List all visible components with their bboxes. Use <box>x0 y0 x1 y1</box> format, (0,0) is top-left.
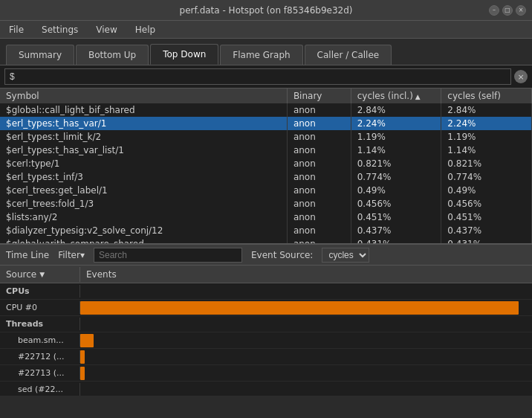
thread-chart <box>80 300 532 315</box>
window-controls[interactable]: – □ × <box>489 5 526 16</box>
tab-caller-callee[interactable]: Caller / Callee <box>305 45 392 65</box>
cell-binary: anon <box>287 237 351 245</box>
cell-cycles-self: 0.437% <box>441 224 532 237</box>
clear-search-button[interactable]: × <box>514 70 528 83</box>
menu-file[interactable]: File <box>3 23 30 36</box>
cell-cycles-incl: 0.456% <box>351 197 441 210</box>
table-row[interactable]: $erl_types:t_has_var/1 anon 2.24% 2.24% <box>0 117 532 130</box>
menu-bar: File Settings View Help <box>0 21 532 39</box>
cell-cycles-incl: 2.24% <box>351 117 441 130</box>
maximize-button[interactable]: □ <box>502 5 513 16</box>
cell-cycles-incl: 0.49% <box>351 184 441 197</box>
table-row[interactable]: $lists:any/2 anon 0.451% 0.451% <box>0 210 532 224</box>
thread-label: #22712 (... <box>0 350 80 363</box>
group-label: CPUs <box>0 285 80 298</box>
close-button[interactable]: × <box>516 5 526 16</box>
col-cycles-self[interactable]: cycles (self) <box>441 89 532 103</box>
list-item[interactable]: beam.sm... <box>0 332 532 349</box>
col-symbol[interactable]: Symbol <box>0 89 287 103</box>
thread-label: CPU #0 <box>0 301 80 314</box>
cell-cycles-self: 1.19% <box>441 130 532 144</box>
col-events-header: Events <box>80 267 532 282</box>
table-row[interactable]: $cerl_trees:get_label/1 anon 0.49% 0.49% <box>0 184 532 197</box>
cell-symbol: $global::arith_compare_shared <box>0 237 287 245</box>
bottom-rows: CPUs CPU #0 Threads beam.sm... #22712 (.… <box>0 283 532 396</box>
col-binary[interactable]: Binary <box>287 89 351 103</box>
thread-chart <box>80 365 532 381</box>
table-row[interactable]: $cerl:type/1 anon 0.821% 0.821% <box>0 157 532 170</box>
cell-symbol: $cerl_trees:fold_1/3 <box>0 197 287 210</box>
title-bar: perf.data - Hotspot (on f85346b9e32d) – … <box>0 0 532 21</box>
cell-symbol: $erl_types:t_has_var/1 <box>0 117 287 130</box>
table-row[interactable]: $global::call_light_bif_shared anon 2.84… <box>0 103 532 117</box>
menu-view[interactable]: View <box>90 23 123 36</box>
cell-symbol: $lists:any/2 <box>0 210 287 224</box>
tab-top-down[interactable]: Top Down <box>150 44 218 65</box>
table-row[interactable]: $erl_types:t_inf/3 anon 0.774% 0.774% <box>0 170 532 184</box>
cell-cycles-incl: 2.84% <box>351 103 441 117</box>
thread-chart <box>80 332 532 348</box>
cell-binary: anon <box>287 103 351 117</box>
thread-label: #22713 (... <box>0 367 80 379</box>
group-row: Threads <box>0 316 532 332</box>
cell-binary: anon <box>287 170 351 184</box>
table-row[interactable]: $erl_types:t_has_var_list/1 anon 1.14% 1… <box>0 144 532 157</box>
cell-cycles-self: 2.84% <box>441 103 532 117</box>
cell-cycles-self: 0.821% <box>441 157 532 170</box>
cell-cycles-self: 0.774% <box>441 170 532 184</box>
list-item[interactable]: #22712 (... <box>0 349 532 365</box>
group-chart <box>80 316 532 332</box>
event-source-select[interactable]: cycles <box>322 248 369 263</box>
thread-chart <box>80 382 532 396</box>
cell-cycles-incl: 0.437% <box>351 224 441 237</box>
cell-binary: anon <box>287 117 351 130</box>
cell-cycles-incl: 0.451% <box>351 210 441 224</box>
cell-binary: anon <box>287 157 351 170</box>
cell-cycles-self: 0.456% <box>441 197 532 210</box>
bottom-panel: Source ▼ Events CPUs CPU #0 Threads beam… <box>0 266 532 396</box>
timeline-search-input[interactable] <box>94 248 242 263</box>
table-row[interactable]: $cerl_trees:fold_1/3 anon 0.456% 0.456% <box>0 197 532 210</box>
tab-flame-graph[interactable]: Flame Graph <box>220 45 302 65</box>
list-item[interactable]: sed (#22... <box>0 382 532 396</box>
cell-symbol: $dialyzer_typesig:v2_solve_conj/12 <box>0 224 287 237</box>
cell-symbol: $cerl_trees:get_label/1 <box>0 184 287 197</box>
cell-symbol: $erl_types:t_inf/3 <box>0 170 287 184</box>
cell-cycles-self: 0.431% <box>441 237 532 245</box>
cell-binary: anon <box>287 210 351 224</box>
cell-cycles-incl: 0.821% <box>351 157 441 170</box>
menu-settings[interactable]: Settings <box>36 23 84 36</box>
cell-binary: anon <box>287 184 351 197</box>
table-row[interactable]: $dialyzer_typesig:v2_solve_conj/12 anon … <box>0 224 532 237</box>
window-title: perf.data - Hotspot (on f85346b9e32d) <box>43 5 489 16</box>
tab-summary[interactable]: Summary <box>6 45 74 65</box>
search-bar: × <box>0 65 532 89</box>
minimize-button[interactable]: – <box>489 5 499 16</box>
cell-cycles-self: 1.14% <box>441 144 532 157</box>
cell-binary: anon <box>287 224 351 237</box>
col-cycles-incl[interactable]: cycles (incl.) <box>351 89 441 103</box>
cell-symbol: $erl_types:t_limit_k/2 <box>0 130 287 144</box>
search-input[interactable] <box>4 68 511 85</box>
symbol-table: Symbol Binary cycles (incl.) cycles (sel… <box>0 89 532 245</box>
col-source-header[interactable]: Source ▼ <box>0 267 80 282</box>
group-row: CPUs <box>0 283 532 300</box>
thread-label: beam.sm... <box>0 334 80 347</box>
cell-binary: anon <box>287 130 351 144</box>
list-item[interactable]: #22713 (... <box>0 365 532 382</box>
table-row[interactable]: $global::arith_compare_shared anon 0.431… <box>0 237 532 245</box>
cell-cycles-self: 0.451% <box>441 210 532 224</box>
group-label: Threads <box>0 318 80 330</box>
cell-binary: anon <box>287 144 351 157</box>
table-row[interactable]: $erl_types:t_limit_k/2 anon 1.19% 1.19% <box>0 130 532 144</box>
event-source-label: Event Source: <box>251 250 313 260</box>
cell-cycles-incl: 0.774% <box>351 170 441 184</box>
cell-cycles-incl: 1.19% <box>351 130 441 144</box>
bottom-table-header: Source ▼ Events <box>0 266 532 283</box>
tab-bottom-up[interactable]: Bottom Up <box>76 45 149 65</box>
cell-cycles-incl: 0.431% <box>351 237 441 245</box>
menu-help[interactable]: Help <box>129 23 161 36</box>
thread-label: sed (#22... <box>0 383 80 396</box>
filter-button[interactable]: Filter▾ <box>58 250 85 260</box>
list-item[interactable]: CPU #0 <box>0 300 532 316</box>
